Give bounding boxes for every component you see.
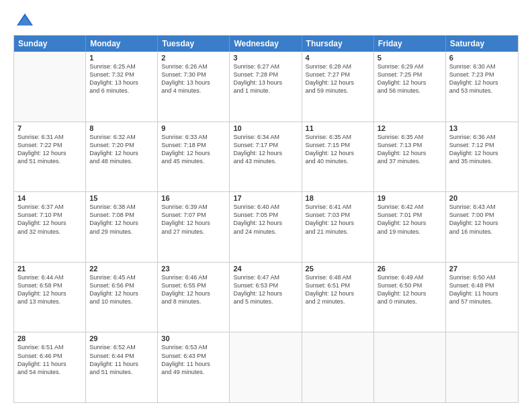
header-day-thursday: Thursday (302, 36, 374, 52)
cell-info: Sunrise: 6:53 AM Sunset: 6:43 PM Dayligh… (161, 343, 226, 376)
cell-date: 5 (378, 54, 442, 62)
calendar-cell: 14Sunrise: 6:37 AM Sunset: 7:10 PM Dayli… (14, 192, 86, 262)
cell-info: Sunrise: 6:36 AM Sunset: 7:12 PM Dayligh… (449, 133, 515, 166)
calendar-cell: 22Sunrise: 6:45 AM Sunset: 6:56 PM Dayli… (86, 263, 158, 332)
cell-date: 24 (233, 265, 298, 273)
cell-info: Sunrise: 6:29 AM Sunset: 7:25 PM Dayligh… (378, 62, 442, 95)
header-day-sunday: Sunday (14, 36, 86, 52)
cell-date: 20 (449, 194, 515, 202)
calendar-cell (302, 332, 374, 402)
calendar-row-3: 14Sunrise: 6:37 AM Sunset: 7:10 PM Dayli… (14, 192, 518, 263)
cell-date: 1 (89, 54, 154, 62)
cell-info: Sunrise: 6:50 AM Sunset: 6:48 PM Dayligh… (449, 273, 515, 306)
calendar: SundayMondayTuesdayWednesdayThursdayFrid… (13, 35, 519, 403)
header-day-friday: Friday (374, 36, 446, 52)
cell-date: 10 (233, 124, 298, 132)
page: SundayMondayTuesdayWednesdayThursdayFrid… (0, 0, 532, 411)
cell-info: Sunrise: 6:26 AM Sunset: 7:30 PM Dayligh… (161, 62, 226, 95)
calendar-cell (374, 332, 446, 402)
cell-date: 13 (449, 124, 515, 132)
cell-info: Sunrise: 6:51 AM Sunset: 6:46 PM Dayligh… (17, 343, 82, 376)
cell-date: 3 (233, 54, 298, 62)
cell-date: 2 (161, 54, 226, 62)
header-day-wednesday: Wednesday (230, 36, 302, 52)
calendar-cell: 1Sunrise: 6:25 AM Sunset: 7:32 PM Daylig… (86, 52, 158, 122)
cell-info: Sunrise: 6:44 AM Sunset: 6:58 PM Dayligh… (17, 273, 82, 306)
calendar-cell (230, 332, 302, 402)
cell-date: 26 (378, 265, 442, 273)
cell-info: Sunrise: 6:31 AM Sunset: 7:22 PM Dayligh… (17, 133, 82, 166)
cell-info: Sunrise: 6:48 AM Sunset: 6:51 PM Dayligh… (306, 273, 370, 306)
cell-info: Sunrise: 6:28 AM Sunset: 7:27 PM Dayligh… (306, 62, 370, 95)
cell-info: Sunrise: 6:41 AM Sunset: 7:03 PM Dayligh… (306, 203, 370, 236)
cell-date: 29 (89, 334, 154, 342)
calendar-row-2: 7Sunrise: 6:31 AM Sunset: 7:22 PM Daylig… (14, 122, 518, 193)
cell-info: Sunrise: 6:52 AM Sunset: 6:44 PM Dayligh… (89, 343, 154, 376)
calendar-cell: 19Sunrise: 6:42 AM Sunset: 7:01 PM Dayli… (374, 192, 446, 262)
cell-date: 17 (233, 194, 298, 202)
cell-info: Sunrise: 6:45 AM Sunset: 6:56 PM Dayligh… (89, 273, 154, 306)
header-day-saturday: Saturday (446, 36, 518, 52)
cell-date: 7 (17, 124, 82, 132)
cell-date: 14 (17, 194, 82, 202)
calendar-cell: 23Sunrise: 6:46 AM Sunset: 6:55 PM Dayli… (158, 263, 230, 332)
calendar-header-row: SundayMondayTuesdayWednesdayThursdayFrid… (14, 36, 518, 52)
cell-date: 25 (306, 265, 370, 273)
cell-date: 23 (161, 265, 226, 273)
cell-date: 27 (449, 265, 515, 273)
cell-date: 6 (449, 54, 515, 62)
calendar-row-4: 21Sunrise: 6:44 AM Sunset: 6:58 PM Dayli… (14, 263, 518, 333)
calendar-cell: 5Sunrise: 6:29 AM Sunset: 7:25 PM Daylig… (374, 52, 446, 122)
cell-date: 16 (161, 194, 226, 202)
calendar-cell: 21Sunrise: 6:44 AM Sunset: 6:58 PM Dayli… (14, 263, 86, 332)
calendar-cell: 17Sunrise: 6:40 AM Sunset: 7:05 PM Dayli… (230, 192, 302, 262)
cell-date: 28 (17, 334, 82, 342)
cell-date: 19 (378, 194, 442, 202)
calendar-cell: 7Sunrise: 6:31 AM Sunset: 7:22 PM Daylig… (14, 122, 86, 192)
cell-info: Sunrise: 6:32 AM Sunset: 7:20 PM Dayligh… (89, 133, 154, 166)
calendar-cell (446, 332, 518, 402)
cell-info: Sunrise: 6:25 AM Sunset: 7:32 PM Dayligh… (89, 62, 154, 95)
cell-date: 21 (17, 265, 82, 273)
logo (13, 12, 34, 30)
cell-date: 15 (89, 194, 154, 202)
cell-info: Sunrise: 6:43 AM Sunset: 7:00 PM Dayligh… (449, 203, 515, 236)
header-day-tuesday: Tuesday (158, 36, 230, 52)
calendar-row-1: 1Sunrise: 6:25 AM Sunset: 7:32 PM Daylig… (14, 52, 518, 122)
calendar-cell: 10Sunrise: 6:34 AM Sunset: 7:17 PM Dayli… (230, 122, 302, 192)
cell-info: Sunrise: 6:39 AM Sunset: 7:07 PM Dayligh… (161, 203, 226, 236)
cell-info: Sunrise: 6:30 AM Sunset: 7:23 PM Dayligh… (449, 62, 515, 95)
calendar-cell: 18Sunrise: 6:41 AM Sunset: 7:03 PM Dayli… (302, 192, 374, 262)
header-day-monday: Monday (86, 36, 158, 52)
calendar-cell: 13Sunrise: 6:36 AM Sunset: 7:12 PM Dayli… (446, 122, 518, 192)
calendar-cell: 24Sunrise: 6:47 AM Sunset: 6:53 PM Dayli… (230, 263, 302, 332)
cell-info: Sunrise: 6:35 AM Sunset: 7:15 PM Dayligh… (306, 133, 370, 166)
calendar-cell: 6Sunrise: 6:30 AM Sunset: 7:23 PM Daylig… (446, 52, 518, 122)
calendar-cell: 4Sunrise: 6:28 AM Sunset: 7:27 PM Daylig… (302, 52, 374, 122)
cell-info: Sunrise: 6:35 AM Sunset: 7:13 PM Dayligh… (378, 133, 442, 166)
cell-date: 4 (306, 54, 370, 62)
calendar-cell: 20Sunrise: 6:43 AM Sunset: 7:00 PM Dayli… (446, 192, 518, 262)
calendar-cell: 11Sunrise: 6:35 AM Sunset: 7:15 PM Dayli… (302, 122, 374, 192)
cell-date: 12 (378, 124, 442, 132)
cell-date: 8 (89, 124, 154, 132)
cell-date: 30 (161, 334, 226, 342)
cell-info: Sunrise: 6:38 AM Sunset: 7:08 PM Dayligh… (89, 203, 154, 236)
calendar-cell: 16Sunrise: 6:39 AM Sunset: 7:07 PM Dayli… (158, 192, 230, 262)
cell-date: 18 (306, 194, 370, 202)
cell-info: Sunrise: 6:49 AM Sunset: 6:50 PM Dayligh… (378, 273, 442, 306)
header (13, 12, 519, 30)
calendar-cell: 25Sunrise: 6:48 AM Sunset: 6:51 PM Dayli… (302, 263, 374, 332)
calendar-body: 1Sunrise: 6:25 AM Sunset: 7:32 PM Daylig… (14, 52, 518, 402)
calendar-cell: 26Sunrise: 6:49 AM Sunset: 6:50 PM Dayli… (374, 263, 446, 332)
calendar-cell: 3Sunrise: 6:27 AM Sunset: 7:28 PM Daylig… (230, 52, 302, 122)
calendar-cell: 30Sunrise: 6:53 AM Sunset: 6:43 PM Dayli… (158, 332, 230, 402)
cell-info: Sunrise: 6:34 AM Sunset: 7:17 PM Dayligh… (233, 133, 298, 166)
cell-info: Sunrise: 6:33 AM Sunset: 7:18 PM Dayligh… (161, 133, 226, 166)
cell-info: Sunrise: 6:42 AM Sunset: 7:01 PM Dayligh… (378, 203, 442, 236)
calendar-cell: 8Sunrise: 6:32 AM Sunset: 7:20 PM Daylig… (86, 122, 158, 192)
cell-info: Sunrise: 6:46 AM Sunset: 6:55 PM Dayligh… (161, 273, 226, 306)
calendar-row-5: 28Sunrise: 6:51 AM Sunset: 6:46 PM Dayli… (14, 332, 518, 402)
cell-info: Sunrise: 6:47 AM Sunset: 6:53 PM Dayligh… (233, 273, 298, 306)
logo-icon (15, 11, 34, 30)
